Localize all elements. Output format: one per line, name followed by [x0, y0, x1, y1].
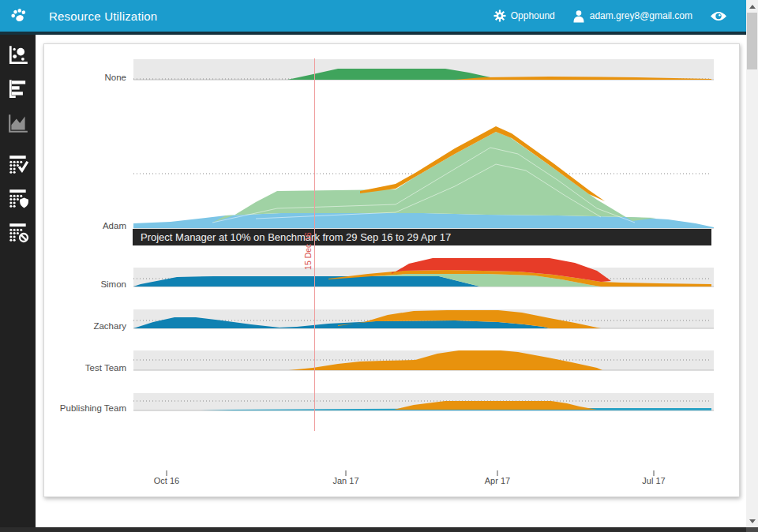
- bottom-edge: [0, 527, 758, 532]
- paw-icon[interactable]: [9, 6, 28, 25]
- gear-icon: [493, 9, 506, 22]
- utilization-chart[interactable]: [44, 44, 739, 496]
- sidebar-item-grid-block[interactable]: [7, 221, 29, 243]
- row-label: Publishing Team: [44, 403, 126, 414]
- scroll-up-icon[interactable]: [749, 5, 756, 9]
- x-tick-label: Apr 17: [466, 476, 529, 485]
- x-tick-label: Oct 16: [135, 476, 198, 485]
- benchmark-marker-label: 15 Dec 16: [303, 228, 314, 274]
- person-icon: [572, 9, 585, 23]
- sidebar-item-grid-shield[interactable]: [7, 187, 29, 209]
- header-divider: [0, 32, 746, 35]
- user-menu[interactable]: adam.grey8@gmail.com: [572, 9, 692, 23]
- x-tick-label: Jan 17: [314, 476, 377, 485]
- x-tick-label: Jul 17: [622, 476, 685, 485]
- org-menu[interactable]: Opphound: [493, 9, 555, 22]
- row-label: Zachary: [44, 320, 126, 332]
- benchmark-tooltip: Project Manager at 10% on Benchmark from…: [133, 229, 711, 245]
- org-name: Opphound: [511, 10, 555, 21]
- row-label: Adam: [44, 220, 126, 231]
- vertical-scrollbar[interactable]: [746, 0, 758, 527]
- chart-card: Project Manager at 10% on Benchmark from…: [43, 43, 740, 497]
- app-header: Resource Utilization Opphound adam.grey8…: [0, 0, 746, 32]
- sidebar-item-grid-check[interactable]: [7, 153, 29, 175]
- header-actions: Opphound adam.grey8@gmail.com: [476, 9, 727, 23]
- scrollbar-thumb[interactable]: [747, 13, 757, 69]
- scrollbar-corner: [746, 527, 758, 532]
- sidebar-item-horizontal-bar-chart[interactable]: [7, 78, 29, 100]
- row-label: Simon: [44, 279, 126, 290]
- sidebar-item-scatter-chart[interactable]: [7, 44, 29, 66]
- visibility-toggle[interactable]: [710, 10, 727, 22]
- sidebar-item-area-chart[interactable]: [7, 112, 29, 134]
- scroll-down-icon[interactable]: [749, 519, 756, 523]
- benchmark-marker-line[interactable]: [314, 58, 315, 431]
- eye-icon: [710, 10, 727, 22]
- row-label: None: [44, 72, 126, 83]
- user-email: adam.grey8@gmail.com: [590, 10, 692, 21]
- page-title: Resource Utilization: [49, 9, 157, 23]
- sidebar: [0, 35, 36, 527]
- row-label: Test Team: [44, 362, 126, 373]
